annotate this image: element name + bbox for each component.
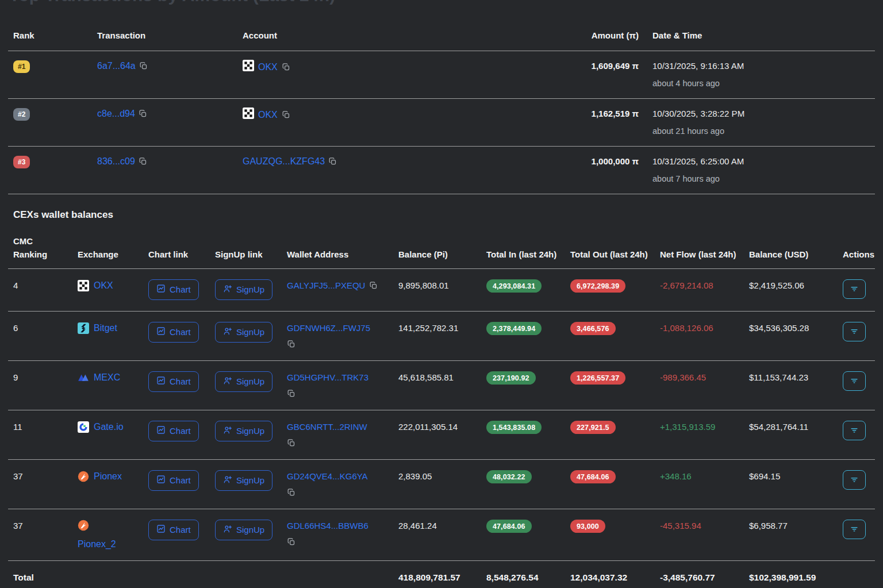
balance-pi-value: 45,618,585.81 — [393, 361, 481, 410]
total-out-badge: 1,226,557.37 — [570, 371, 625, 385]
copy-icon[interactable] — [282, 110, 290, 119]
actions-filter-button[interactable] — [843, 470, 866, 490]
table-row: 37 Pionex Chart SignUp — [8, 460, 875, 509]
exchange-link[interactable]: Pionex — [94, 470, 122, 482]
balance-usd-value: $6,958.77 — [744, 509, 838, 561]
filter-icon — [849, 524, 859, 536]
section-title: CEXs wallet balances — [13, 209, 875, 221]
exchange-link[interactable]: OKX — [94, 279, 113, 291]
account-link[interactable]: OKX — [258, 61, 278, 73]
actions-filter-button[interactable] — [843, 520, 866, 539]
signup-button[interactable]: SignUp — [215, 371, 272, 392]
copy-icon[interactable] — [287, 340, 295, 350]
exchange-link[interactable]: Gate.io — [94, 421, 124, 433]
header-cmc-ranking: CMC Ranking — [8, 221, 72, 269]
copy-icon[interactable] — [287, 537, 295, 548]
table-row: #1 6a7...64a OKX 1,609,649 π 1 — [8, 51, 875, 99]
rank-badge: #3 — [13, 156, 30, 168]
wallet-address-link[interactable]: GBC6NRTT...2RINW — [287, 422, 367, 432]
total-in-badge: 2,378,449.94 — [486, 322, 542, 335]
chart-icon — [156, 376, 166, 387]
top-transactions-header-row: Rank Transaction Account Amount (π) Date… — [8, 6, 875, 51]
signup-button[interactable]: SignUp — [215, 520, 272, 540]
chart-icon — [156, 425, 166, 437]
copy-icon[interactable] — [328, 157, 337, 166]
total-in-badge: 1,543,835.08 — [486, 421, 542, 434]
header-datetime: Date & Time — [650, 6, 875, 51]
exchange-link[interactable]: Bitget — [94, 322, 117, 334]
balance-usd-value: $11,153,744.23 — [744, 361, 838, 410]
mexc-logo-icon — [78, 372, 89, 383]
chart-button[interactable]: Chart — [148, 520, 199, 540]
copy-icon[interactable] — [287, 389, 295, 399]
total-out-badge: 93,000 — [570, 520, 605, 533]
signup-button[interactable]: SignUp — [215, 279, 272, 300]
header-balance-pi: Balance (Pi) — [393, 221, 481, 269]
signup-button[interactable]: SignUp — [215, 322, 272, 343]
header-actions: Actions — [838, 221, 875, 269]
user-plus-icon — [223, 326, 232, 338]
relative-time: about 7 hours ago — [652, 173, 870, 185]
okx-logo-icon — [243, 107, 254, 122]
relative-time: about 21 hours ago — [652, 125, 870, 137]
top-transactions-table: Rank Transaction Account Amount (π) Date… — [8, 6, 875, 194]
actions-filter-button[interactable] — [843, 421, 866, 440]
exchange-link[interactable]: MEXC — [94, 371, 120, 383]
okx-logo-icon — [78, 280, 89, 291]
copy-icon[interactable] — [139, 109, 147, 118]
chart-button[interactable]: Chart — [148, 322, 199, 343]
net-flow-value: -2,679,214.08 — [655, 269, 744, 312]
total-balance-pi: 418,809,781.57 — [393, 561, 481, 588]
balance-usd-value: $694.15 — [744, 460, 838, 509]
account-link[interactable]: OKX — [258, 109, 278, 121]
header-transaction: Transaction — [92, 6, 237, 51]
actions-filter-button[interactable] — [843, 279, 866, 299]
table-row: 4 OKX Chart SignUp — [8, 269, 875, 312]
copy-icon[interactable] — [287, 488, 295, 498]
account-link[interactable]: GAUZQG...KZFG43 — [243, 155, 325, 167]
user-plus-icon — [223, 425, 232, 437]
amount-value: 1,609,649 π — [409, 51, 650, 99]
gateio-logo-icon — [78, 421, 89, 433]
signup-button[interactable]: SignUp — [215, 421, 272, 441]
header-account: Account — [237, 6, 409, 51]
total-in-badge: 47,684.06 — [486, 520, 532, 533]
table-row: #2 c8e...d94 OKX 1,162,519 π 1 — [8, 99, 875, 147]
wallet-address-link[interactable]: GD24QVE4...KG6YA — [287, 471, 368, 481]
transaction-link[interactable]: 6a7...64a — [97, 60, 136, 72]
copy-icon[interactable] — [139, 62, 148, 70]
total-row: Total 418,809,781.57 8,548,276.54 12,034… — [8, 561, 875, 588]
chart-icon — [156, 475, 166, 486]
copy-icon[interactable] — [139, 157, 147, 166]
exchange-link[interactable]: Pionex_2 — [78, 538, 116, 550]
wallet-address-link[interactable]: GDL66HS4...BBWB6 — [287, 521, 368, 531]
copy-icon[interactable] — [287, 439, 295, 449]
transaction-link[interactable]: c8e...d94 — [97, 107, 135, 120]
total-in-badge: 48,032.22 — [486, 470, 532, 483]
chart-button[interactable]: Chart — [148, 470, 199, 491]
chart-button[interactable]: Chart — [148, 421, 199, 441]
wallet-address-link[interactable]: GDFNWH6Z...FWJ75 — [287, 323, 370, 333]
transaction-link[interactable]: 836...c09 — [97, 155, 135, 167]
signup-button[interactable]: SignUp — [215, 470, 272, 491]
chart-button[interactable]: Chart — [148, 279, 199, 300]
actions-filter-button[interactable] — [843, 322, 866, 341]
copy-icon[interactable] — [369, 281, 378, 290]
chart-button[interactable]: Chart — [148, 371, 199, 392]
table-row: 37 Pionex_2 Chart SignUp — [8, 509, 875, 561]
net-flow-value: +348.16 — [655, 460, 744, 509]
table-row: 11 Gate.io Chart SignUp — [8, 410, 875, 460]
header-total-in: Total In (last 24h) — [481, 221, 565, 269]
actions-filter-button[interactable] — [843, 371, 866, 391]
wallet-address-link[interactable]: GALYJFJ5...PXEQU — [287, 279, 365, 291]
header-net-flow: Net Flow (last 24h) — [655, 221, 744, 269]
datetime-value: 10/30/2025, 3:28:22 PM — [652, 107, 870, 120]
wallet-address-link[interactable]: GD5HGPHV...TRK73 — [287, 372, 368, 382]
header-exchange: Exchange — [72, 221, 143, 269]
bitget-logo-icon — [78, 322, 89, 334]
total-label: Total — [8, 561, 72, 588]
header-wallet-address: Wallet Address — [282, 221, 393, 269]
copy-icon[interactable] — [282, 63, 290, 71]
table-row: #3 836...c09 GAUZQG...KZFG43 1,000,000 π… — [8, 147, 875, 194]
header-chart-link: Chart link — [143, 221, 210, 269]
